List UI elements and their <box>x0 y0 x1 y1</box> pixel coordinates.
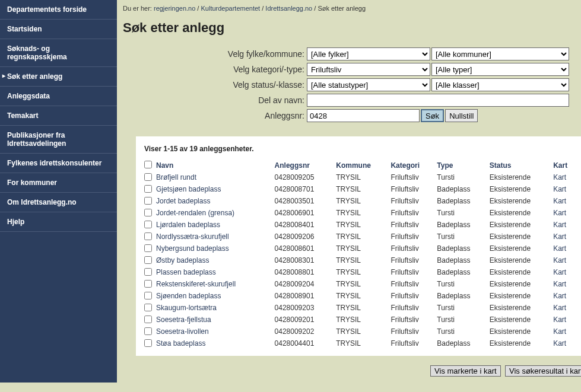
input-anleggsnr[interactable] <box>307 109 420 122</box>
col-kart[interactable]: Kart <box>553 159 579 172</box>
row-checkbox[interactable] <box>144 197 152 205</box>
col-kommune[interactable]: Kommune <box>336 159 390 172</box>
row-name-link[interactable]: Nordlyssætra-skurufjell <box>156 232 229 241</box>
row-status: Eksisterende <box>490 279 553 291</box>
row-type: Tursti <box>437 279 489 291</box>
col-navn[interactable]: Navn <box>156 159 275 172</box>
row-checkbox[interactable] <box>144 209 152 216</box>
row-checkbox[interactable] <box>144 304 152 311</box>
sidebar-item-6[interactable]: Publikasjoner fra Idrettsavdelingen <box>0 126 117 154</box>
row-anleggsnr: 0428009202 <box>275 326 336 338</box>
row-name-link[interactable]: Plassen badeplass <box>156 268 216 276</box>
row-name-link[interactable]: Soesetra-livollen <box>156 327 209 336</box>
table-row: Gjetsjøen badeplass0428008701TRYSILFrilu… <box>144 184 579 196</box>
sidebar-item-5[interactable]: Temakart <box>0 106 117 126</box>
row-name-link[interactable]: Ljørdalen badeplass <box>156 221 220 229</box>
select-klasse[interactable]: [Alle klasser] <box>431 78 569 91</box>
row-type: Badeplass <box>437 196 489 208</box>
col-kategori[interactable]: Kategori <box>390 159 437 172</box>
search-button[interactable]: Søk <box>421 109 444 122</box>
sidebar-item-10[interactable]: Hjelp <box>0 212 117 232</box>
row-checkbox[interactable] <box>144 185 152 193</box>
sidebar-item-1[interactable]: Startsiden <box>0 20 117 39</box>
row-checkbox[interactable] <box>144 315 152 323</box>
select-kommune[interactable]: [Alle kommuner] <box>431 47 569 60</box>
show-all-button[interactable]: Vis søkeresultat i kart <box>505 365 581 377</box>
row-kart-link[interactable]: Kart <box>553 232 566 241</box>
row-anleggsnr: 0428008601 <box>275 243 336 255</box>
select-kategori[interactable]: Friluftsliv <box>307 63 430 76</box>
row-name-link[interactable]: Støa badeplass <box>156 339 205 348</box>
row-kart-link[interactable]: Kart <box>553 292 566 300</box>
row-checkbox[interactable] <box>144 232 152 240</box>
row-name-link[interactable]: Jordet badeplass <box>156 197 210 205</box>
sidebar: Departementets forsideStartsidenSøknads-… <box>0 0 117 383</box>
row-name-link[interactable]: Rekstenskiferet-skurufjell <box>156 280 236 288</box>
sidebar-item-7[interactable]: Fylkenes idrettskonsulenter <box>0 154 117 173</box>
row-name-link[interactable]: Gjetsjøen badeplass <box>156 185 221 193</box>
row-kart-link[interactable]: Kart <box>553 268 566 276</box>
sidebar-item-8[interactable]: For kommuner <box>0 173 117 193</box>
breadcrumb-link-2[interactable]: Idrettsanlegg.no <box>265 5 312 12</box>
row-checkbox[interactable] <box>144 292 152 299</box>
input-navn[interactable] <box>307 94 569 107</box>
row-kart-link[interactable]: Kart <box>553 339 566 348</box>
row-kart-link[interactable]: Kart <box>553 173 566 181</box>
row-anleggsnr: 0428009201 <box>275 314 336 326</box>
col-status[interactable]: Status <box>490 159 553 172</box>
row-name-link[interactable]: Skaugum-lortsætra <box>156 304 217 312</box>
row-checkbox[interactable] <box>144 256 152 264</box>
row-status: Eksisterende <box>490 338 553 350</box>
row-checkbox[interactable] <box>144 244 152 252</box>
row-type: Badeplass <box>437 255 489 267</box>
row-kart-link[interactable]: Kart <box>553 315 566 324</box>
sidebar-item-3[interactable]: Søk etter anlegg <box>0 67 117 87</box>
row-name-link[interactable]: Østby badeplass <box>156 256 209 264</box>
show-marked-button[interactable]: Vis markerte i kart <box>430 365 501 377</box>
row-name-link[interactable]: Sjøenden badeplass <box>156 292 221 300</box>
row-name-link[interactable]: Jordet-rendalen (grensa) <box>156 209 234 217</box>
row-kart-link[interactable]: Kart <box>553 221 566 229</box>
row-kommune: TRYSIL <box>336 326 390 338</box>
row-kart-link[interactable]: Kart <box>553 256 566 264</box>
breadcrumb-link-1[interactable]: Kulturdepartementet <box>201 5 260 12</box>
row-name-link[interactable]: Soesetra-fjellstua <box>156 315 211 324</box>
row-kategori: Friluftsliv <box>390 255 437 267</box>
select-status[interactable]: [Alle statustyper] <box>307 78 430 91</box>
row-checkbox[interactable] <box>144 339 152 347</box>
label-kategori: Velg kategori/-type: <box>141 65 307 74</box>
row-name-link[interactable]: Brøfjell rundt <box>156 173 196 181</box>
row-kart-link[interactable]: Kart <box>553 304 566 312</box>
row-kart-link[interactable]: Kart <box>553 280 566 288</box>
row-status: Eksisterende <box>490 314 553 326</box>
select-type[interactable]: [Alle typer] <box>431 63 569 76</box>
results-table: Navn Anleggsnr Kommune Kategori Type Sta… <box>144 159 579 350</box>
main-content: Du er her: regjeringen.no / Kulturdepart… <box>117 0 581 383</box>
row-checkbox[interactable] <box>144 280 152 288</box>
sidebar-item-9[interactable]: Om Idrettsanlegg.no <box>0 193 117 212</box>
row-kart-link[interactable]: Kart <box>553 197 566 205</box>
row-checkbox[interactable] <box>144 327 152 335</box>
breadcrumb-link-0[interactable]: regjeringen.no <box>154 5 195 12</box>
row-kategori: Friluftsliv <box>390 172 437 184</box>
row-kart-link[interactable]: Kart <box>553 244 566 253</box>
row-kommune: TRYSIL <box>336 243 390 255</box>
result-count: Viser 1-15 av 19 anleggsenheter. <box>144 145 579 153</box>
sidebar-item-2[interactable]: Søknads- og regnskapsskjema <box>0 39 117 67</box>
col-type[interactable]: Type <box>437 159 489 172</box>
row-name-link[interactable]: Nybergsund badeplass <box>156 244 229 253</box>
row-kommune: TRYSIL <box>336 172 390 184</box>
row-checkbox[interactable] <box>144 221 152 228</box>
row-kart-link[interactable]: Kart <box>553 327 566 336</box>
select-fylke[interactable]: [Alle fylker] <box>307 47 430 60</box>
sidebar-item-0[interactable]: Departementets forside <box>0 0 117 20</box>
bottom-buttons: Vis markerte i kart Vis søkeresultat i k… <box>117 362 581 383</box>
sidebar-item-4[interactable]: Anleggsdata <box>0 87 117 106</box>
row-checkbox[interactable] <box>144 173 152 181</box>
row-checkbox[interactable] <box>144 268 152 276</box>
reset-button[interactable]: Nullstill <box>445 109 478 122</box>
col-anleggsnr[interactable]: Anleggsnr <box>275 159 336 172</box>
row-kart-link[interactable]: Kart <box>553 209 566 217</box>
select-all-checkbox[interactable] <box>144 161 152 168</box>
row-kart-link[interactable]: Kart <box>553 185 566 193</box>
